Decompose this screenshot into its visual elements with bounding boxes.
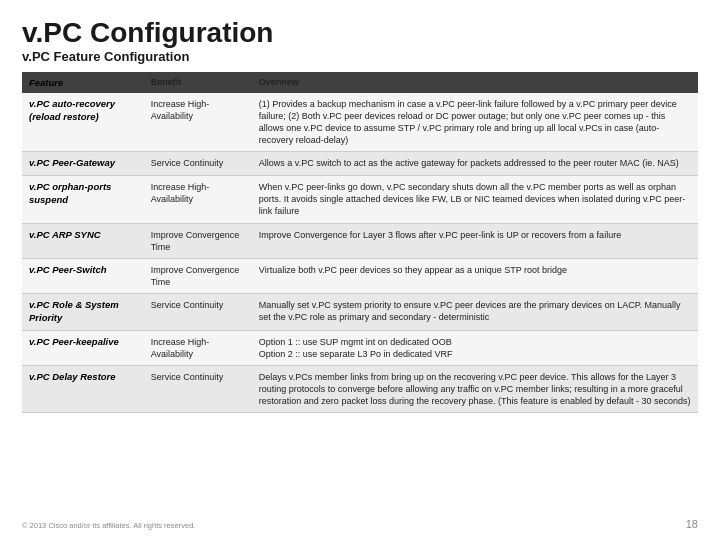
cell-feature: v.PC Role & System Priority: [22, 294, 144, 331]
cell-feature: v.PC Delay Restore: [22, 366, 144, 413]
cell-overview: (1) Provides a backup mechanism in case …: [252, 93, 698, 152]
cell-feature: v.PC Peer-Switch: [22, 258, 144, 293]
col-header-benefit: Benefit: [144, 72, 252, 93]
cell-feature: v.PC ARP SYNC: [22, 223, 144, 258]
col-header-overview: Overview: [252, 72, 698, 93]
cell-benefit: Service Continuity: [144, 366, 252, 413]
table-row: v.PC Delay RestoreService ContinuityDela…: [22, 366, 698, 413]
cell-overview: Option 1 :: use SUP mgmt int on dedicate…: [252, 330, 698, 365]
table-row: v.PC Peer-keepaliveIncrease High-Availab…: [22, 330, 698, 365]
cell-overview: Improve Convergence for Layer 3 flows af…: [252, 223, 698, 258]
table-row: v.PC ARP SYNCImprove Convergence TimeImp…: [22, 223, 698, 258]
cell-benefit: Increase High-Availability: [144, 330, 252, 365]
footer: © 2013 Cisco and/or its affiliates. All …: [22, 514, 698, 530]
cell-benefit: Improve Convergence Time: [144, 223, 252, 258]
cell-benefit: Service Continuity: [144, 294, 252, 331]
cell-benefit: Improve Convergence Time: [144, 258, 252, 293]
cell-feature: v.PC auto-recovery (reload restore): [22, 93, 144, 152]
cell-overview: Delays v.PCs member links from bring up …: [252, 366, 698, 413]
table-row: v.PC Peer-GatewayService ContinuityAllow…: [22, 152, 698, 176]
cell-overview: Manually set v.PC system priority to ens…: [252, 294, 698, 331]
footer-page-number: 18: [686, 518, 698, 530]
col-header-feature: Feature: [22, 72, 144, 93]
cell-overview: When v.PC peer-links go down, v.PC secon…: [252, 176, 698, 223]
page-title: v.PC Configuration: [22, 18, 698, 49]
page: v.PC Configuration v.PC Feature Configur…: [0, 0, 720, 540]
cell-benefit: Increase High-Availability: [144, 176, 252, 223]
table-row: v.PC orphan-ports suspendIncrease High-A…: [22, 176, 698, 223]
cell-benefit: Service Continuity: [144, 152, 252, 176]
cell-feature: v.PC Peer-keepalive: [22, 330, 144, 365]
footer-copyright: © 2013 Cisco and/or its affiliates. All …: [22, 521, 195, 530]
table-row: v.PC Role & System PriorityService Conti…: [22, 294, 698, 331]
table-row: v.PC auto-recovery (reload restore)Incre…: [22, 93, 698, 152]
page-subtitle: v.PC Feature Configuration: [22, 49, 698, 64]
cell-overview: Allows a v.PC switch to act as the activ…: [252, 152, 698, 176]
cell-feature: v.PC orphan-ports suspend: [22, 176, 144, 223]
feature-table: Feature Benefit Overview v.PC auto-recov…: [22, 72, 698, 414]
cell-benefit: Increase High-Availability: [144, 93, 252, 152]
cell-feature: v.PC Peer-Gateway: [22, 152, 144, 176]
table-row: v.PC Peer-SwitchImprove Convergence Time…: [22, 258, 698, 293]
cell-overview: Virtualize both v.PC peer devices so the…: [252, 258, 698, 293]
